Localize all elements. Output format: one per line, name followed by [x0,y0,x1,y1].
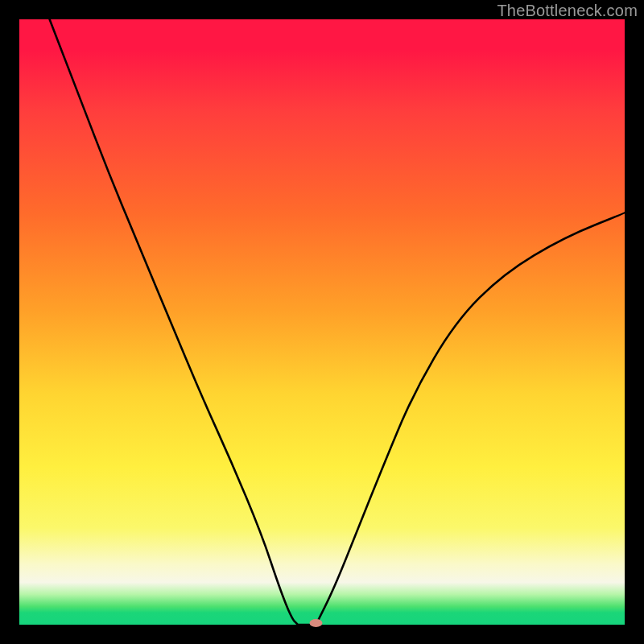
outer-frame: TheBottleneck.com [0,0,644,644]
min-point-marker [310,619,323,627]
chart-svg [19,19,625,625]
watermark-text: TheBottleneck.com [497,2,638,20]
bottleneck-curve [50,19,625,625]
